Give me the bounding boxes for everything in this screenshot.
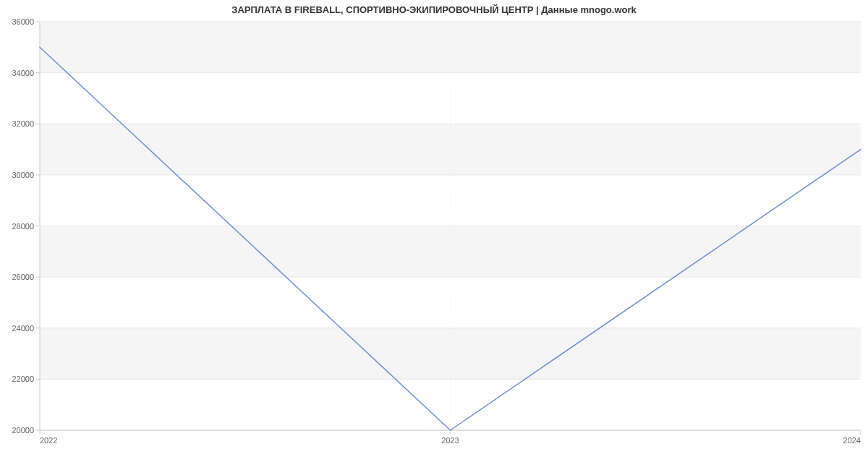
y-tick-label: 36000	[12, 17, 34, 26]
plot-band	[40, 328, 861, 380]
x-tick-label: 2022	[40, 436, 57, 445]
x-tick-label: 2024	[843, 436, 861, 445]
y-tick-label: 34000	[12, 69, 34, 77]
y-tick-label: 24000	[12, 324, 34, 333]
y-tick-label: 28000	[12, 222, 34, 231]
y-tick-label: 26000	[12, 273, 34, 281]
y-tick-label: 30000	[12, 171, 34, 179]
y-tick-label: 20000	[12, 426, 34, 435]
chart-title: ЗАРПЛАТА В FIREBALL, СПОРТИВНО-ЭКИПИРОВО…	[0, 4, 868, 15]
y-tick-label: 32000	[12, 119, 34, 128]
x-tick-label: 2023	[441, 436, 459, 445]
chart-container: ЗАРПЛАТА В FIREBALL, СПОРТИВНО-ЭКИПИРОВО…	[0, 0, 868, 470]
line-chart: 2000022000240002600028000300003200034000…	[0, 0, 868, 470]
y-tick-label: 22000	[12, 375, 34, 383]
